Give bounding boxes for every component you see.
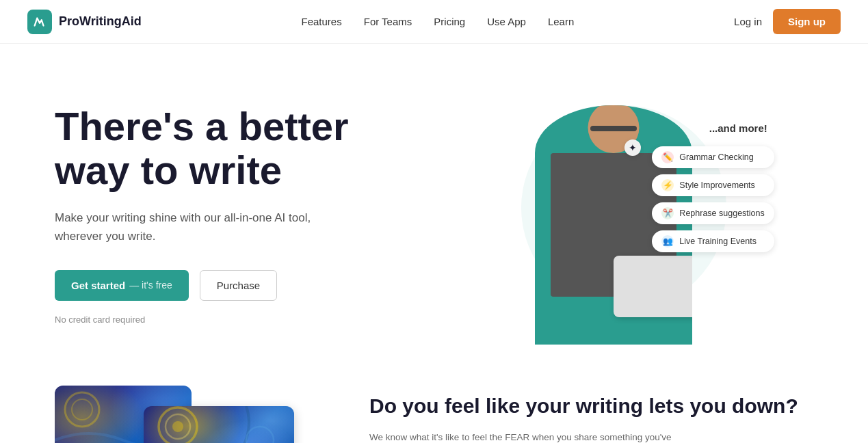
- and-more-label: ...and more!: [709, 122, 767, 134]
- brand-name: ProWritingAid: [59, 14, 142, 29]
- badge-style: ⚡ Style Improvements: [652, 174, 774, 196]
- hero-subtitle: Make your writing shine with our all-in-…: [55, 209, 315, 245]
- no-credit-text: No credit card required: [55, 314, 434, 325]
- vg-card-front: [144, 406, 294, 443]
- section-two-content: Do you feel like your writing lets you d…: [369, 386, 813, 443]
- svg-point-5: [246, 427, 274, 443]
- hero-buttons: Get started — it's free Purchase: [55, 270, 434, 301]
- get-started-button[interactable]: Get started — it's free: [55, 270, 189, 301]
- badge-rephrase: ✂️ Rephrase suggestions: [652, 202, 774, 224]
- feature-badges: ✏️ Grammar Checking ⚡ Style Improvements…: [652, 146, 774, 252]
- signup-button[interactable]: Sign up: [773, 9, 841, 34]
- nav-for-teams[interactable]: For Teams: [364, 16, 412, 27]
- sparkle-icon: ✦: [624, 139, 641, 156]
- hero-left: There's a better way to write Make your …: [55, 105, 434, 325]
- nav-use-app[interactable]: Use App: [487, 16, 526, 27]
- nav-learn[interactable]: Learn: [548, 16, 574, 27]
- hero-title: There's a better way to write: [55, 105, 434, 192]
- logo-link[interactable]: ProWritingAid: [27, 10, 142, 34]
- van-gogh-stack: My idea in my head: [55, 386, 301, 443]
- navbar: ProWritingAid Features For Teams Pricing…: [0, 0, 868, 44]
- svg-point-4: [172, 421, 183, 432]
- training-icon: 👥: [661, 235, 674, 247]
- badge-training: 👥 Live Training Events: [652, 230, 774, 252]
- rephrase-icon: ✂️: [661, 207, 674, 219]
- section-two-title: Do you feel like your writing lets you d…: [369, 392, 813, 419]
- van-gogh-image-area: My idea in my head: [55, 386, 315, 443]
- section-two: My idea in my head Do you feel like your…: [0, 372, 868, 443]
- nav-actions: Log in Sign up: [734, 9, 841, 34]
- hero-section: There's a better way to write Make your …: [0, 44, 868, 372]
- logo-icon: [27, 10, 52, 34]
- style-icon: ⚡: [661, 179, 674, 191]
- badge-grammar: ✏️ Grammar Checking: [652, 146, 774, 168]
- svg-point-1: [72, 399, 92, 420]
- login-button[interactable]: Log in: [734, 16, 762, 27]
- purchase-button[interactable]: Purchase: [200, 270, 277, 301]
- svg-point-0: [65, 392, 99, 427]
- nav-links: Features For Teams Pricing Use App Learn: [302, 16, 575, 28]
- section-two-body: We know what it's like to feel the FEAR …: [369, 430, 698, 443]
- hero-right: ...and more! ✏️ Grammar Checking ⚡ Style…: [434, 85, 814, 345]
- nav-pricing[interactable]: Pricing: [434, 16, 465, 27]
- nav-features[interactable]: Features: [302, 16, 342, 27]
- grammar-icon: ✏️: [661, 151, 674, 163]
